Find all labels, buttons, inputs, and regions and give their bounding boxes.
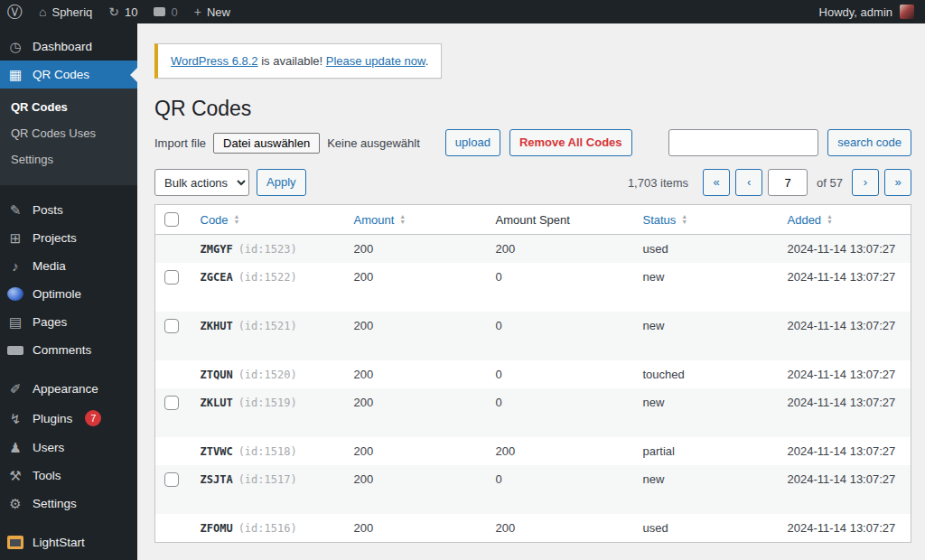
next-page-button[interactable]: ›	[852, 169, 879, 196]
sidebar-item-label: Appearance	[33, 382, 98, 396]
comments-bubble-icon	[154, 7, 165, 16]
row-checkbox[interactable]	[164, 270, 179, 285]
upload-button[interactable]: upload	[445, 129, 500, 156]
code-value: ZGCEA	[201, 271, 233, 284]
appearance-icon: ✐	[7, 382, 23, 396]
sidebar-item-label: Tools	[33, 469, 61, 482]
new-content-link[interactable]: + New	[194, 5, 230, 19]
table-row: ZTVWC(id:1518)200200partial2024-11-14 13…	[155, 437, 911, 465]
media-icon: ♪	[7, 259, 23, 273]
column-header-added: Added▲▼	[779, 205, 911, 235]
search-code-button[interactable]: search code	[827, 129, 911, 156]
row-checkbox[interactable]	[164, 396, 179, 410]
code-value: ZTVWC	[201, 445, 233, 458]
updates-link[interactable]: ↻ 10	[108, 5, 137, 19]
submenu-item-qr-codes[interactable]: QR Codes	[0, 94, 137, 120]
submenu-item-settings[interactable]: Settings	[0, 146, 137, 173]
sidebar-item-posts[interactable]: ✎Posts	[0, 196, 137, 224]
submenu-item-qr-codes-uses[interactable]: QR Codes Uses	[0, 120, 137, 146]
code-id: (id:1522)	[238, 271, 297, 284]
bulk-actions-select[interactable]: Bulk actions	[154, 169, 249, 196]
table-row: ZSJTA(id:1517)2000new2024-11-14 13:07:27	[155, 465, 911, 514]
code-cell: ZTQUN(id:1520)	[192, 360, 345, 388]
howdy-account-link[interactable]: Howdy, admin	[819, 5, 892, 19]
sidebar-item-lightstart[interactable]: LightStart	[0, 528, 137, 556]
sort-link[interactable]: Added▲▼	[788, 213, 834, 227]
sidebar-item-projects[interactable]: ⊞Projects	[0, 224, 137, 252]
table-header: Code▲▼Amount▲▼Amount SpentStatus▲▼Added▲…	[155, 205, 911, 235]
sidebar-item-settings[interactable]: ⚙Settings	[0, 490, 137, 518]
sidebar-item-plugins[interactable]: ↯Plugins7	[0, 403, 137, 434]
update-now-link[interactable]: Please update now	[326, 54, 425, 68]
notice-text: is available!	[258, 54, 326, 68]
first-page-button[interactable]: «	[703, 169, 730, 196]
site-name-link[interactable]: ⌂ Spheriq	[39, 5, 92, 19]
sidebar-item-label: Media	[33, 259, 66, 273]
column-header-code: Code▲▼	[192, 205, 345, 235]
sort-arrows-icon: ▲▼	[827, 214, 833, 225]
tools-icon: ⚒	[7, 469, 23, 482]
choose-file-button[interactable]: Datei auswählen	[213, 133, 320, 154]
sidebar-item-label: Settings	[33, 497, 77, 510]
qr-codes-icon: ▦	[7, 68, 23, 81]
sidebar-item-label: Users	[33, 441, 64, 454]
admin-bar: Ⓥ ⌂ Spheriq ↻ 10 0 + New Howdy, admin	[0, 0, 925, 23]
sidebar-item-comments[interactable]: Comments	[0, 336, 137, 364]
code-cell: ZMGYF(id:1523)	[192, 235, 345, 264]
last-page-button[interactable]: »	[884, 169, 911, 196]
sidebar-item-label: Comments	[33, 343, 91, 357]
sidebar-item-media[interactable]: ♪Media	[0, 252, 137, 280]
code-cell: ZGCEA(id:1522)	[192, 263, 345, 312]
code-id: (id:1518)	[238, 445, 297, 458]
row-select-cell	[155, 360, 192, 388]
sidebar-item-qr-codes[interactable]: ▦QR Codes	[0, 61, 137, 89]
row-select-cell	[155, 514, 192, 543]
total-pages-label: of 57	[817, 176, 843, 190]
projects-icon: ⊞	[7, 231, 23, 245]
sidebar-item-pages[interactable]: ▤Pages	[0, 308, 137, 336]
code-value: ZKLUT	[201, 397, 233, 409]
prev-page-button[interactable]: ‹	[735, 169, 762, 196]
lightstart-icon	[7, 536, 23, 549]
sidebar-item-dashboard[interactable]: ◷Dashboard	[0, 33, 137, 61]
sidebar-item-label: LightStart	[33, 536, 85, 549]
added-cell: 2024-11-14 13:07:27	[779, 235, 911, 264]
sort-link[interactable]: Amount▲▼	[354, 213, 406, 227]
select-all-header-cell	[155, 205, 192, 235]
remove-all-codes-button[interactable]: Remove All Codes	[509, 129, 632, 156]
user-avatar[interactable]	[900, 5, 914, 19]
sidebar-menu: ◷Dashboard▦QR CodesQR CodesQR Codes Uses…	[0, 23, 137, 560]
amount-cell: 200	[345, 235, 487, 264]
comments-link[interactable]: 0	[154, 5, 177, 19]
sort-link[interactable]: Code▲▼	[201, 213, 240, 227]
code-value: ZKHUT	[201, 320, 233, 332]
amount-spent-cell: 0	[487, 360, 634, 388]
added-cell: 2024-11-14 13:07:27	[779, 514, 911, 543]
sidebar-item-appearance[interactable]: ✐Appearance	[0, 375, 137, 403]
current-page-input[interactable]	[768, 169, 808, 196]
table-body: ZMGYF(id:1523)200200used2024-11-14 13:07…	[155, 235, 911, 543]
plugins-icon: ↯	[7, 412, 23, 425]
sidebar-item-tools[interactable]: ⚒Tools	[0, 462, 137, 490]
sidebar-item-label: Dashboard	[33, 40, 92, 53]
status-cell: touched	[634, 360, 779, 388]
row-checkbox[interactable]	[164, 472, 179, 487]
code-id: (id:1516)	[238, 522, 297, 535]
menu-separator	[0, 518, 137, 528]
site-name: Spheriq	[51, 5, 92, 19]
search-input[interactable]	[668, 129, 818, 156]
sort-link[interactable]: Status▲▼	[643, 213, 688, 227]
table-toolbar: Bulk actions Apply 1,703 items « ‹ of 57…	[154, 169, 911, 196]
import-search-row: Import file Datei auswählen Keine ausgew…	[154, 129, 911, 156]
comments-count: 0	[171, 5, 177, 19]
row-checkbox[interactable]	[164, 319, 179, 333]
sidebar-item-users[interactable]: ♟Users	[0, 434, 137, 462]
wordpress-logo-menu[interactable]: Ⓥ	[7, 5, 23, 20]
import-file-label: Import file	[154, 136, 206, 150]
sidebar-item-optimole[interactable]: Optimole	[0, 280, 137, 308]
column-header-status: Status▲▼	[634, 205, 779, 235]
apply-button[interactable]: Apply	[257, 169, 306, 196]
wordpress-version-link[interactable]: WordPress 6.8.2	[171, 54, 258, 68]
amount-cell: 200	[345, 263, 487, 312]
select-all-checkbox[interactable]	[164, 212, 179, 227]
